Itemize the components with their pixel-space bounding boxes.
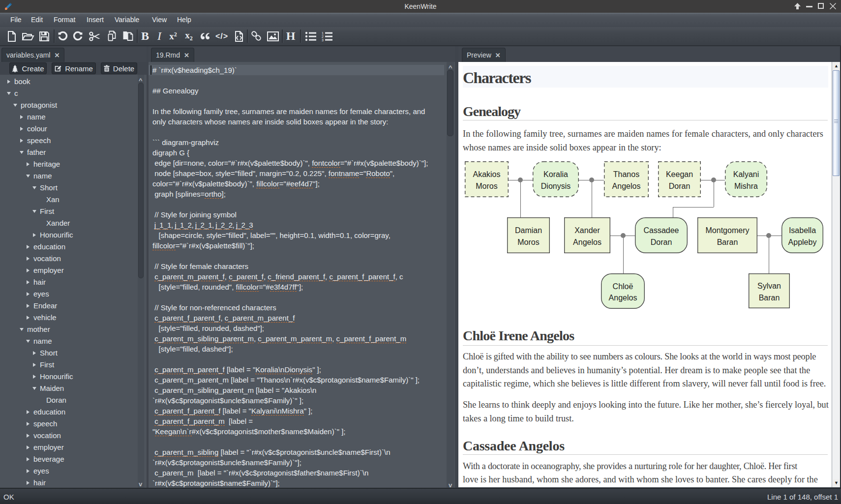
svg-text:3: 3 [322,38,324,41]
svg-text:2: 2 [322,35,324,38]
svg-text:1: 1 [322,31,324,35]
